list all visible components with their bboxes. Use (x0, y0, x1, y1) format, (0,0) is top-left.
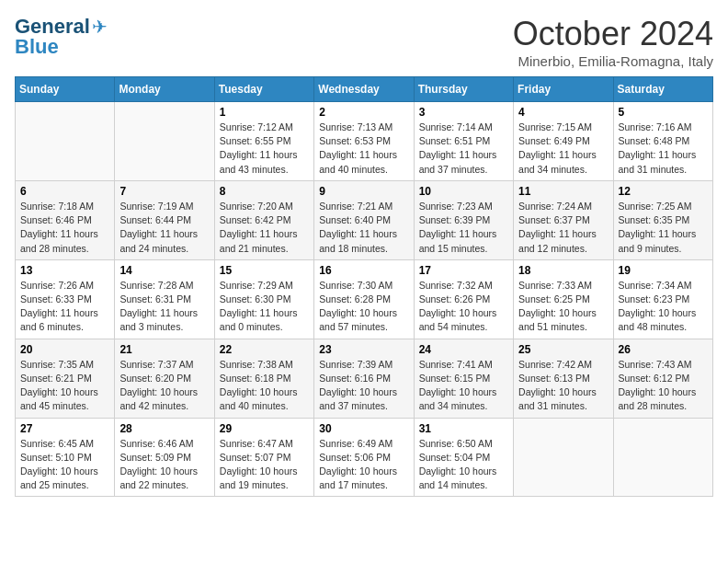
weekday-header-friday: Friday (514, 77, 613, 102)
day-number: 12 (619, 185, 708, 198)
day-info: Sunrise: 7:18 AM Sunset: 6:46 PM Dayligh… (20, 200, 109, 256)
day-number: 25 (518, 343, 608, 356)
title-block: October 2024 Minerbio, Emilia-Romagna, I… (513, 15, 713, 69)
day-info: Sunrise: 7:16 AM Sunset: 6:48 PM Dayligh… (619, 121, 708, 177)
weekday-header-tuesday: Tuesday (214, 77, 313, 102)
day-number: 14 (119, 264, 209, 277)
calendar-cell: 25Sunrise: 7:42 AM Sunset: 6:13 PM Dayli… (514, 339, 613, 418)
month-title: October 2024 (513, 15, 713, 53)
page-header: General ✈ Blue October 2024 Minerbio, Em… (15, 15, 713, 69)
calendar-body: 1Sunrise: 7:12 AM Sunset: 6:55 PM Daylig… (16, 102, 713, 497)
calendar-cell (514, 418, 613, 497)
day-number: 20 (20, 343, 109, 356)
calendar-week-4: 20Sunrise: 7:35 AM Sunset: 6:21 PM Dayli… (16, 339, 713, 418)
day-number: 21 (119, 343, 209, 356)
day-number: 24 (419, 343, 508, 356)
day-number: 4 (518, 106, 608, 119)
calendar-cell: 29Sunrise: 6:47 AM Sunset: 5:07 PM Dayli… (214, 418, 313, 497)
calendar-week-2: 6Sunrise: 7:18 AM Sunset: 6:46 PM Daylig… (16, 180, 713, 259)
day-number: 5 (619, 106, 708, 119)
day-info: Sunrise: 7:41 AM Sunset: 6:15 PM Dayligh… (419, 358, 508, 414)
day-number: 3 (419, 106, 508, 119)
day-number: 11 (518, 185, 608, 198)
day-info: Sunrise: 7:43 AM Sunset: 6:12 PM Dayligh… (619, 358, 708, 414)
calendar-cell: 8Sunrise: 7:20 AM Sunset: 6:42 PM Daylig… (214, 180, 313, 259)
day-info: Sunrise: 7:25 AM Sunset: 6:35 PM Dayligh… (619, 200, 708, 256)
calendar-table: SundayMondayTuesdayWednesdayThursdayFrid… (15, 76, 713, 497)
calendar-cell: 17Sunrise: 7:32 AM Sunset: 6:26 PM Dayli… (414, 259, 513, 339)
day-number: 7 (119, 185, 209, 198)
day-number: 30 (319, 422, 408, 435)
day-info: Sunrise: 7:38 AM Sunset: 6:18 PM Dayligh… (220, 358, 309, 414)
calendar-cell: 27Sunrise: 6:45 AM Sunset: 5:10 PM Dayli… (16, 418, 115, 497)
calendar-cell: 1Sunrise: 7:12 AM Sunset: 6:55 PM Daylig… (214, 102, 313, 181)
logo: General ✈ Blue (15, 15, 108, 59)
calendar-cell: 13Sunrise: 7:26 AM Sunset: 6:33 PM Dayli… (16, 259, 115, 339)
day-info: Sunrise: 7:19 AM Sunset: 6:44 PM Dayligh… (119, 200, 209, 256)
calendar-cell: 5Sunrise: 7:16 AM Sunset: 6:48 PM Daylig… (613, 102, 712, 181)
calendar-week-1: 1Sunrise: 7:12 AM Sunset: 6:55 PM Daylig… (16, 102, 713, 181)
calendar-cell: 4Sunrise: 7:15 AM Sunset: 6:49 PM Daylig… (514, 102, 613, 181)
weekday-header-sunday: Sunday (16, 77, 115, 102)
day-info: Sunrise: 7:13 AM Sunset: 6:53 PM Dayligh… (319, 121, 408, 177)
day-info: Sunrise: 7:33 AM Sunset: 6:25 PM Dayligh… (518, 279, 608, 335)
location: Minerbio, Emilia-Romagna, Italy (513, 53, 713, 69)
day-number: 6 (20, 185, 109, 198)
calendar-cell: 18Sunrise: 7:33 AM Sunset: 6:25 PM Dayli… (514, 259, 613, 339)
day-number: 15 (220, 264, 309, 277)
weekday-header-thursday: Thursday (414, 77, 513, 102)
calendar-cell: 11Sunrise: 7:24 AM Sunset: 6:37 PM Dayli… (514, 180, 613, 259)
day-number: 1 (220, 106, 309, 119)
day-info: Sunrise: 7:30 AM Sunset: 6:28 PM Dayligh… (319, 279, 408, 335)
day-info: Sunrise: 7:32 AM Sunset: 6:26 PM Dayligh… (419, 279, 508, 335)
day-number: 27 (20, 422, 109, 435)
day-number: 19 (619, 264, 708, 277)
calendar-week-3: 13Sunrise: 7:26 AM Sunset: 6:33 PM Dayli… (16, 259, 713, 339)
logo-bird-icon: ✈ (92, 16, 108, 38)
day-number: 26 (619, 343, 708, 356)
day-info: Sunrise: 7:26 AM Sunset: 6:33 PM Dayligh… (20, 279, 109, 335)
calendar-cell: 3Sunrise: 7:14 AM Sunset: 6:51 PM Daylig… (414, 102, 513, 181)
calendar-cell: 7Sunrise: 7:19 AM Sunset: 6:44 PM Daylig… (115, 180, 214, 259)
day-info: Sunrise: 7:35 AM Sunset: 6:21 PM Dayligh… (20, 358, 109, 414)
day-info: Sunrise: 6:47 AM Sunset: 5:07 PM Dayligh… (220, 437, 309, 493)
day-number: 13 (20, 264, 109, 277)
calendar-cell (613, 418, 712, 497)
day-number: 31 (419, 422, 508, 435)
day-info: Sunrise: 7:39 AM Sunset: 6:16 PM Dayligh… (319, 358, 408, 414)
calendar-cell: 10Sunrise: 7:23 AM Sunset: 6:39 PM Dayli… (414, 180, 513, 259)
day-info: Sunrise: 7:12 AM Sunset: 6:55 PM Dayligh… (220, 121, 309, 177)
day-number: 9 (319, 185, 408, 198)
calendar-cell: 15Sunrise: 7:29 AM Sunset: 6:30 PM Dayli… (214, 259, 313, 339)
day-info: Sunrise: 7:21 AM Sunset: 6:40 PM Dayligh… (319, 200, 408, 256)
day-number: 29 (220, 422, 309, 435)
day-number: 18 (518, 264, 608, 277)
calendar-cell: 31Sunrise: 6:50 AM Sunset: 5:04 PM Dayli… (414, 418, 513, 497)
day-number: 28 (119, 422, 209, 435)
calendar-cell: 28Sunrise: 6:46 AM Sunset: 5:09 PM Dayli… (115, 418, 214, 497)
calendar-cell (115, 102, 214, 181)
day-info: Sunrise: 6:46 AM Sunset: 5:09 PM Dayligh… (119, 437, 209, 493)
calendar-cell: 12Sunrise: 7:25 AM Sunset: 6:35 PM Dayli… (613, 180, 712, 259)
day-info: Sunrise: 6:50 AM Sunset: 5:04 PM Dayligh… (419, 437, 508, 493)
calendar-cell: 16Sunrise: 7:30 AM Sunset: 6:28 PM Dayli… (314, 259, 414, 339)
calendar-cell: 22Sunrise: 7:38 AM Sunset: 6:18 PM Dayli… (214, 339, 313, 418)
day-info: Sunrise: 7:15 AM Sunset: 6:49 PM Dayligh… (518, 121, 608, 177)
day-info: Sunrise: 7:34 AM Sunset: 6:23 PM Dayligh… (619, 279, 708, 335)
day-info: Sunrise: 7:20 AM Sunset: 6:42 PM Dayligh… (220, 200, 309, 256)
day-info: Sunrise: 6:45 AM Sunset: 5:10 PM Dayligh… (20, 437, 109, 493)
logo-blue: Blue (15, 35, 59, 59)
calendar-cell: 9Sunrise: 7:21 AM Sunset: 6:40 PM Daylig… (314, 180, 414, 259)
calendar-cell: 21Sunrise: 7:37 AM Sunset: 6:20 PM Dayli… (115, 339, 214, 418)
day-number: 22 (220, 343, 309, 356)
day-number: 2 (319, 106, 408, 119)
calendar-cell: 14Sunrise: 7:28 AM Sunset: 6:31 PM Dayli… (115, 259, 214, 339)
calendar-cell: 6Sunrise: 7:18 AM Sunset: 6:46 PM Daylig… (16, 180, 115, 259)
day-info: Sunrise: 7:42 AM Sunset: 6:13 PM Dayligh… (518, 358, 608, 414)
day-info: Sunrise: 7:23 AM Sunset: 6:39 PM Dayligh… (419, 200, 508, 256)
day-number: 17 (419, 264, 508, 277)
weekday-header-saturday: Saturday (613, 77, 712, 102)
day-info: Sunrise: 7:28 AM Sunset: 6:31 PM Dayligh… (119, 279, 209, 335)
calendar-cell: 23Sunrise: 7:39 AM Sunset: 6:16 PM Dayli… (314, 339, 414, 418)
day-info: Sunrise: 7:24 AM Sunset: 6:37 PM Dayligh… (518, 200, 608, 256)
